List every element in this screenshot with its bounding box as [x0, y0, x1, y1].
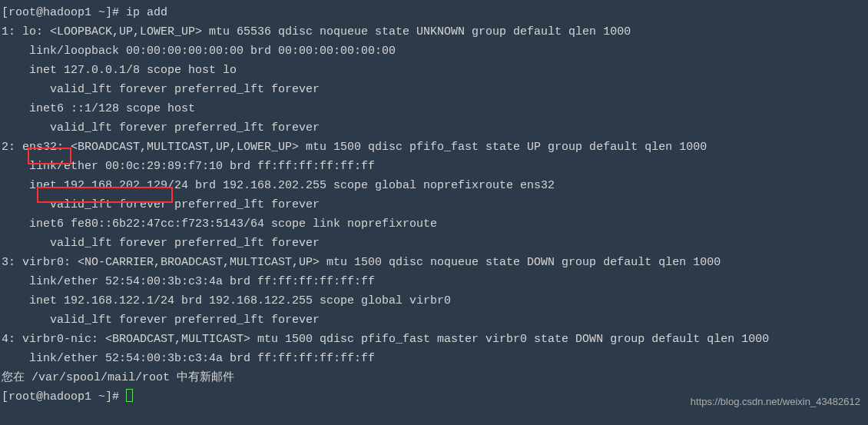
output-line: inet 127.0.0.1/8 scope host lo [2, 61, 866, 80]
mail-notice-line: 您在 /var/spool/mail/root 中有新邮件 [2, 368, 866, 387]
output-line: valid_lft forever preferred_lft forever [2, 118, 866, 138]
output-line: 1: lo: <LOOPBACK,UP,LOWER_UP> mtu 65536 … [2, 22, 866, 42]
output-line: link/ether 52:54:00:3b:c3:4a brd ff:ff:f… [2, 272, 866, 291]
output-line: inet 192.168.122.1/24 brd 192.168.122.25… [2, 291, 866, 310]
output-line: 3: virbr0: <NO-CARRIER,BROADCAST,MULTICA… [2, 253, 866, 272]
output-line: link/ether 52:54:00:3b:c3:4a brd ff:ff:f… [2, 349, 866, 368]
output-line: valid_lft forever preferred_lft forever [2, 80, 866, 99]
output-line: link/loopback 00:00:00:00:00:00 brd 00:0… [2, 42, 866, 61]
output-line: inet6 fe80::6b22:47cc:f723:5143/64 scope… [2, 214, 866, 234]
prompt-text: [root@hadoop1 ~]# [2, 390, 126, 403]
output-line: link/ether 00:0c:29:89:f7:10 brd ff:ff:f… [2, 157, 866, 176]
output-line: inet6 ::1/128 scope host [2, 99, 866, 118]
terminal-prompt-line: [root@hadoop1 ~]# ip add [2, 3, 866, 22]
watermark-text: https://blog.csdn.net/weixin_43482612 [691, 392, 860, 411]
output-line: 2: ens32: <BROADCAST,MULTICAST,UP,LOWER_… [2, 138, 866, 157]
output-line: valid_lft forever preferred_lft forever [2, 310, 866, 330]
cursor-icon [126, 389, 133, 402]
output-line: inet 192.168.202.129/24 brd 192.168.202.… [2, 176, 866, 195]
output-line: valid_lft forever preferred_lft forever [2, 234, 866, 253]
output-line: 4: virbr0-nic: <BROADCAST,MULTICAST> mtu… [2, 330, 866, 349]
output-line: valid_lft forever preferred_lft forever [2, 195, 866, 214]
